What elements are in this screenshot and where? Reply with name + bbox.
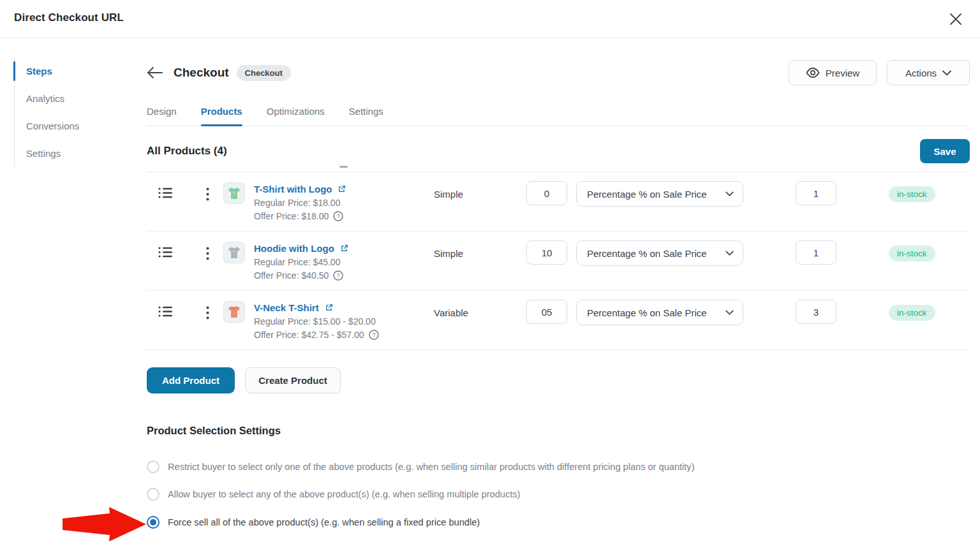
product-link[interactable]: T-Shirt with Logo <box>254 184 332 195</box>
sidebar: Steps Analytics Conversions Settings <box>14 57 129 167</box>
product-info: Hoodie with Logo Regular Price: $45.00 O… <box>254 243 349 281</box>
radio-force-sell[interactable] <box>147 516 160 529</box>
product-info: T-Shirt with Logo Regular Price: $18.00 … <box>254 184 346 221</box>
help-icon[interactable]: ? <box>333 211 343 221</box>
step-header: Checkout Checkout <box>147 59 291 87</box>
product-thumbnail <box>223 242 245 263</box>
modal-header: Direct Checkout URL <box>0 0 980 38</box>
sidebar-item-conversions[interactable]: Conversions <box>15 112 129 140</box>
radio-label: Force sell all of the above product(s) (… <box>168 517 480 527</box>
product-type: Variable <box>434 307 468 318</box>
chevron-down-icon <box>725 310 734 315</box>
external-link-icon[interactable] <box>324 303 334 312</box>
row-menu-button[interactable] <box>202 246 212 261</box>
hoodie-image <box>226 245 242 260</box>
direct-checkout-modal: Direct Checkout URL Steps Analytics Conv… <box>0 0 980 551</box>
actions-label: Actions <box>905 68 937 78</box>
sidebar-item-label: Analytics <box>26 93 64 104</box>
tab-settings[interactable]: Settings <box>349 106 383 126</box>
product-type: Simple <box>434 189 463 200</box>
product-type: Simple <box>434 248 463 259</box>
sidebar-item-steps[interactable]: Steps <box>15 57 129 85</box>
radio-allow-any[interactable] <box>147 488 160 501</box>
product-row: V-Neck T-Shirt Regular Price: $15.00 - $… <box>147 291 970 350</box>
stock-badge: in-stock <box>889 305 935 321</box>
regular-price: Regular Price: $45.00 <box>254 257 349 267</box>
discount-type-value: Percentage % on Sale Price <box>587 189 725 200</box>
discount-type-select[interactable]: Percentage % on Sale Price <box>576 240 743 266</box>
help-icon[interactable]: ? <box>333 270 343 281</box>
product-link[interactable]: Hoodie with Logo <box>254 243 334 254</box>
svg-text:?: ? <box>337 213 340 219</box>
quantity-input[interactable] <box>796 240 836 265</box>
preview-label: Preview <box>826 68 859 78</box>
tab-design[interactable]: Design <box>147 106 177 126</box>
quantity-input[interactable] <box>796 300 836 324</box>
radio-option-allow-any: Allow buyer to select any of the above p… <box>147 488 520 501</box>
radio-option-restrict: Restrict buyer to select only one of the… <box>147 460 695 473</box>
offer-price: Offer Price: $18.00 <box>254 211 329 221</box>
radio-option-force-sell: Force sell all of the above product(s) (… <box>147 516 480 529</box>
kebab-icon <box>206 187 209 201</box>
external-link-icon[interactable] <box>337 184 346 194</box>
sidebar-item-label: Conversions <box>26 121 79 131</box>
kebab-icon <box>206 306 209 320</box>
offer-price: Offer Price: $42.75 - $57.00 <box>254 330 364 340</box>
product-link[interactable]: V-Neck T-Shirt <box>254 302 319 313</box>
svg-text:?: ? <box>372 332 375 338</box>
back-arrow-icon <box>147 66 163 79</box>
sidebar-item-analytics[interactable]: Analytics <box>15 85 129 112</box>
selection-settings-heading: Product Selection Settings <box>147 425 281 437</box>
preview-button[interactable]: Preview <box>789 60 877 85</box>
eye-icon <box>806 68 820 78</box>
discount-type-select[interactable]: Percentage % on Sale Price <box>576 300 743 325</box>
back-button[interactable] <box>147 63 166 82</box>
scrolled-row-remnant <box>339 166 348 168</box>
regular-price: Regular Price: $15.00 - $20.00 <box>254 316 379 327</box>
discount-type-select[interactable]: Percentage % on Sale Price <box>576 181 743 207</box>
drag-handle-icon[interactable] <box>158 187 172 198</box>
product-thumbnail <box>223 182 245 204</box>
svg-text:?: ? <box>337 272 340 279</box>
add-product-button[interactable]: Add Product <box>147 367 235 393</box>
save-button[interactable]: Save <box>920 139 970 163</box>
sidebar-item-label: Steps <box>26 66 52 77</box>
drag-handle-icon[interactable] <box>158 247 172 258</box>
product-info: V-Neck T-Shirt Regular Price: $15.00 - $… <box>254 302 379 340</box>
discount-input[interactable] <box>526 300 567 324</box>
chevron-down-icon <box>942 70 951 76</box>
products-heading: All Products (4) <box>147 145 227 158</box>
step-tabs: Design Products Optimizations Settings <box>147 99 970 126</box>
discount-input[interactable] <box>526 240 567 265</box>
discount-type-value: Percentage % on Sale Price <box>587 307 725 318</box>
external-link-icon[interactable] <box>339 244 349 253</box>
regular-price: Regular Price: $18.00 <box>254 198 346 208</box>
quantity-input[interactable] <box>796 181 836 205</box>
actions-button[interactable]: Actions <box>887 60 970 85</box>
help-icon[interactable]: ? <box>369 330 379 340</box>
sidebar-item-settings[interactable]: Settings <box>15 140 129 167</box>
product-thumbnail <box>223 301 245 323</box>
radio-restrict-one[interactable] <box>147 460 160 473</box>
step-type-badge: Checkout <box>237 65 291 81</box>
row-menu-button[interactable] <box>202 305 212 320</box>
tshirt-image <box>226 304 242 320</box>
modal-title: Direct Checkout URL <box>14 11 124 24</box>
sidebar-item-label: Settings <box>26 148 61 159</box>
chevron-down-icon <box>725 191 734 196</box>
close-button[interactable] <box>946 9 966 29</box>
stock-badge: in-stock <box>889 186 935 202</box>
step-title: Checkout <box>174 66 229 80</box>
products-list-header: All Products (4) Save <box>147 138 970 165</box>
tab-optimizations[interactable]: Optimizations <box>267 106 325 126</box>
chevron-down-icon <box>725 251 734 256</box>
product-row: T-Shirt with Logo Regular Price: $18.00 … <box>147 172 970 231</box>
products-table: T-Shirt with Logo Regular Price: $18.00 … <box>147 172 970 350</box>
tab-products[interactable]: Products <box>201 106 242 126</box>
drag-handle-icon[interactable] <box>158 306 172 317</box>
row-menu-button[interactable] <box>202 186 212 202</box>
create-product-button[interactable]: Create Product <box>245 367 341 393</box>
discount-type-value: Percentage % on Sale Price <box>587 248 725 259</box>
discount-input[interactable] <box>526 181 567 205</box>
stock-badge: in-stock <box>889 246 935 261</box>
